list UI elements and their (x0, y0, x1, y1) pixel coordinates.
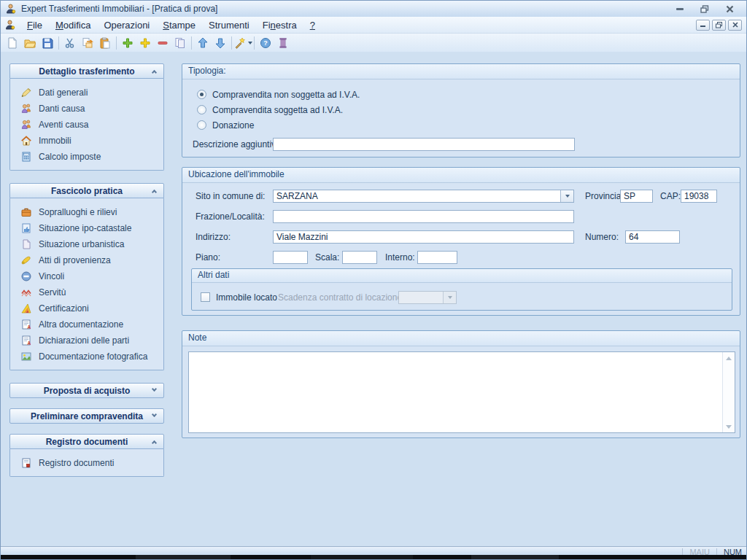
cut-icon (64, 37, 76, 49)
minimize-icon[interactable] (673, 3, 686, 15)
radio-label: Compravendita soggetta ad I.V.A. (212, 105, 343, 115)
sidebar-panel-fascicolo-pratica: Fascicolo praticaSopralluoghi e rilieviS… (9, 183, 164, 370)
descrizione-label: Descrizione aggiuntiva: (193, 139, 283, 149)
toolbar-separator (254, 36, 255, 50)
down-icon (214, 37, 226, 49)
toolbar-remove-button[interactable] (154, 35, 171, 51)
sidebar-item-situazione-ipo-catastale[interactable]: Situazione ipo-catastale (10, 220, 163, 236)
toolbar-add-button[interactable] (119, 35, 136, 51)
panel-header-fascicolo-pratica[interactable]: Fascicolo pratica (9, 183, 164, 198)
mdi-window-controls (696, 20, 742, 31)
panel-header-registro-documenti[interactable]: Registro documenti (9, 434, 164, 449)
panel-body: Registro documenti (9, 449, 164, 477)
mdi-child-icon[interactable] (4, 19, 16, 31)
toolbar-paste-button[interactable] (96, 35, 114, 51)
altri-dati-title: Altri dati (198, 270, 229, 280)
toolbar-new-document-button[interactable] (4, 35, 21, 51)
mdi-minimize-icon[interactable] (696, 20, 710, 31)
menu-file[interactable]: File (20, 20, 49, 31)
menu-strumenti[interactable]: Strumenti (202, 20, 256, 31)
sidebar-item-situazione-urbanistica[interactable]: Situazione urbanistica (10, 236, 163, 252)
radio-icon[interactable] (197, 120, 206, 130)
sidebar-item-label: Vincoli (39, 271, 64, 281)
help-icon: ? (260, 37, 271, 49)
toolbar-info-building-button[interactable] (274, 35, 292, 51)
menu-finestra[interactable]: Finestra (256, 20, 303, 31)
sidebar-item-sopralluoghi-e-rilievi[interactable]: Sopralluoghi e rilievi (10, 204, 163, 220)
toolbar-copy-button[interactable] (79, 35, 96, 51)
scadenza-combobox (398, 291, 457, 304)
radio-option-compravendita-soggetta-ad-i-v-a[interactable]: Compravendita soggetta ad I.V.A. (197, 102, 360, 117)
chevron-down-icon[interactable] (152, 412, 157, 417)
sidebar-item-atti-di-provenienza[interactable]: Atti di provenienza (10, 252, 163, 268)
descrizione-input[interactable] (273, 138, 575, 151)
provincia-input[interactable] (620, 190, 653, 203)
toolbar-open-button[interactable] (21, 35, 39, 51)
toolbar-save-button[interactable] (39, 35, 56, 51)
panel-header-proposta-di-acquisto[interactable]: Proposta di acquisto (9, 383, 164, 398)
sidebar-item-vincoli[interactable]: Vincoli (10, 268, 163, 284)
chevron-up-icon[interactable] (152, 440, 157, 446)
immobile-locato-checkbox[interactable] (201, 292, 210, 302)
sidebar-panel-dettaglio-trasferimento: Dettaglio trasferimentoDati generaliDant… (9, 63, 164, 171)
toolbar-move-up-button[interactable] (194, 35, 212, 51)
chevron-up-icon[interactable] (152, 70, 157, 75)
sidebar-item-label: Calcolo imposte (39, 152, 101, 162)
sidebar-item-documentazione-fotografica[interactable]: Documentazione fotografica (10, 349, 163, 365)
toolbar-help-button[interactable]: ? (257, 35, 274, 51)
frazione-input[interactable] (273, 210, 574, 223)
numero-input[interactable] (625, 230, 680, 244)
comune-combobox[interactable] (273, 190, 574, 203)
radio-option-donazione[interactable]: Donazione (197, 117, 360, 133)
piano-input[interactable] (273, 251, 308, 264)
chevron-down-icon[interactable] (152, 386, 157, 392)
toolbar-wizard-button[interactable] (234, 35, 252, 51)
sidebar-item-registro-documenti[interactable]: Registro documenti (10, 455, 163, 471)
provincia-label: Provincia: (585, 191, 624, 201)
piano-label: Piano: (196, 252, 220, 262)
scroll-up-icon[interactable] (723, 353, 735, 363)
interno-input[interactable] (417, 251, 457, 264)
comune-input[interactable] (274, 190, 560, 202)
note-scrollbar[interactable] (722, 352, 735, 432)
note-textarea[interactable] (188, 351, 735, 433)
toolbar-duplicate-button[interactable] (171, 35, 189, 51)
chevron-up-icon[interactable] (152, 190, 157, 195)
cap-input[interactable] (681, 190, 717, 203)
menu-operazioni[interactable]: Operazioni (97, 20, 156, 31)
radio-option-compravendita-non-soggetta-ad-i-v-a[interactable]: Compravendita non soggetta ad I.V.A. (197, 87, 360, 102)
panel-header-preliminare-compravendita[interactable]: Preliminare compravendita (9, 408, 164, 424)
sidebar-item-aventi-causa[interactable]: Aventi causa (10, 117, 163, 133)
svg-text:A: A (28, 341, 31, 346)
sidebar-item-dichiarazioni-delle-parti[interactable]: ADichiarazioni delle parti (10, 332, 163, 349)
radio-selected-icon[interactable] (197, 90, 206, 99)
sidebar-item-certificazioni[interactable]: Certificazioni (10, 300, 163, 316)
people-icon (20, 119, 32, 131)
indirizzo-input[interactable] (273, 230, 574, 244)
sidebar-item-altra-documentazione[interactable]: AAltra documentazione (10, 316, 163, 332)
scala-input[interactable] (342, 251, 377, 264)
menu-help[interactable]: ? (303, 20, 322, 31)
panel-header-dettaglio-trasferimento[interactable]: Dettaglio trasferimento (9, 63, 164, 79)
sidebar-item-immobili[interactable]: Immobili (10, 133, 163, 149)
close-icon[interactable] (723, 3, 736, 15)
sidebar-item-danti-causa[interactable]: Danti causa (10, 101, 163, 117)
sidebar-item-calcolo-imposte[interactable]: Calcolo imposte (10, 149, 163, 165)
mdi-close-icon[interactable] (728, 20, 742, 31)
sidebar-item-servit[interactable]: Servitù (10, 284, 163, 300)
sidebar-item-dati-generali[interactable]: Dati generali (10, 85, 163, 101)
toolbar-add-alt-button[interactable] (136, 35, 154, 51)
mdi-restore-icon[interactable] (712, 20, 726, 31)
toolbar-cut-button[interactable] (61, 35, 79, 51)
scroll-down-icon[interactable] (723, 421, 735, 432)
tipologia-group: Tipologia: Compravendita non soggetta ad… (182, 63, 740, 158)
panel-title: Registro documenti (46, 437, 128, 447)
chevron-down-icon[interactable] (248, 42, 252, 44)
menu-modifica[interactable]: Modifica (49, 20, 97, 31)
radio-icon[interactable] (197, 105, 206, 114)
tipologia-options: Compravendita non soggetta ad I.V.A.Comp… (197, 87, 360, 133)
toolbar-move-down-button[interactable] (212, 35, 229, 51)
restore-icon[interactable] (698, 3, 711, 15)
comune-dropdown-icon[interactable] (560, 190, 573, 202)
menu-stampe[interactable]: Stampe (156, 20, 202, 31)
